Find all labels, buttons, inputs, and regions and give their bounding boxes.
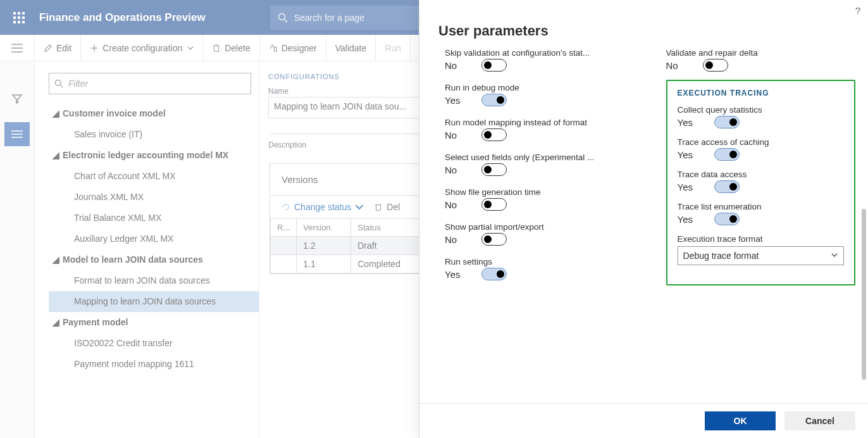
svg-rect-7 xyxy=(18,21,20,23)
tree-filter-input[interactable] xyxy=(68,78,251,89)
tree-item-label: Trial Balance XML MX xyxy=(74,213,161,223)
setting-value: No xyxy=(445,199,466,210)
setting-label: Collect query statistics xyxy=(678,105,845,115)
tree-group[interactable]: ◢ Electronic ledger accounting model MX xyxy=(49,145,259,166)
create-configuration-button[interactable]: Create configuration xyxy=(81,35,203,61)
edit-button[interactable]: Edit xyxy=(35,35,81,61)
tree-item[interactable]: Trial Balance XML MX xyxy=(49,208,259,228)
change-status-button[interactable]: Change status xyxy=(282,202,364,212)
setting-toggle[interactable] xyxy=(481,94,507,106)
setting-validate-delta: Validate and repair delta No xyxy=(666,48,856,72)
panel-title: User parameters xyxy=(419,0,868,48)
cancel-button[interactable]: Cancel xyxy=(784,411,855,430)
setting-file-gen-time: Show file generation time No xyxy=(445,187,635,211)
app-launcher-button[interactable] xyxy=(6,5,32,30)
setting-run-model-mapping: Run model mapping instead of format No xyxy=(445,118,635,141)
run-label: Run xyxy=(385,43,401,53)
configurations-tree: ◢ Customer invoice model Sales invoice (… xyxy=(35,61,259,438)
setting-toggle[interactable] xyxy=(714,148,740,161)
setting-trace-caching: Trace access of caching Yes xyxy=(678,137,845,161)
setting-toggle[interactable] xyxy=(481,233,507,246)
col-version[interactable]: Version xyxy=(297,219,351,237)
ok-button[interactable]: OK xyxy=(705,411,776,430)
name-value: Mapping to learn JOIN data sou... xyxy=(274,101,406,111)
search-icon xyxy=(278,13,288,23)
delete-version-label: Del xyxy=(387,202,400,212)
designer-label: Designer xyxy=(282,43,317,53)
designer-icon xyxy=(269,44,278,53)
setting-label: Trace data access xyxy=(678,170,845,179)
svg-rect-4 xyxy=(18,16,20,19)
setting-label: Select used fields only (Experimental ..… xyxy=(445,153,635,162)
user-parameters-panel: ? User parameters Skip validation at con… xyxy=(419,0,868,438)
setting-partial-import-export: Show partial import/export No xyxy=(445,222,635,246)
setting-toggle[interactable] xyxy=(714,180,740,193)
validate-label: Validate xyxy=(335,43,367,53)
tree-item-label: ISO20022 Credit transfer xyxy=(74,338,173,348)
setting-value: Yes xyxy=(678,149,699,160)
svg-line-10 xyxy=(285,20,287,22)
trace-format-value: Debug trace format xyxy=(683,251,759,261)
chevron-down-icon xyxy=(831,251,838,261)
setting-toggle[interactable] xyxy=(481,59,507,72)
svg-line-24 xyxy=(61,85,63,88)
funnel-icon xyxy=(11,93,23,104)
setting-label: Validate and repair delta xyxy=(666,48,856,58)
tree-group-label: Customer invoice model xyxy=(63,103,166,124)
tree-filter[interactable] xyxy=(49,73,251,94)
setting-label: Skip validation at configuration's stat.… xyxy=(445,48,635,58)
tree-item[interactable]: Chart of Account XML MX xyxy=(49,166,259,187)
tree-item-label: Mapping to learn JOIN data sources xyxy=(74,296,216,306)
setting-label: Run model mapping instead of format xyxy=(445,118,635,127)
setting-toggle[interactable] xyxy=(714,213,740,225)
setting-trace-list-enum: Trace list enumeration Yes xyxy=(678,202,845,225)
tree-group[interactable]: ◢ Payment model xyxy=(49,312,259,333)
setting-value: Yes xyxy=(678,214,699,225)
tree-group[interactable]: ◢ Customer invoice model xyxy=(49,103,259,124)
setting-used-fields-only: Select used fields only (Experimental ..… xyxy=(445,153,635,176)
tree-item-label: Auxiliary Ledger XML MX xyxy=(74,234,173,244)
setting-debug-mode: Run in debug mode Yes xyxy=(445,83,635,106)
setting-value: No xyxy=(666,60,688,71)
svg-rect-19 xyxy=(274,47,276,51)
trash-icon xyxy=(374,203,383,211)
panel-footer: OK Cancel xyxy=(419,403,868,438)
list-button[interactable] xyxy=(4,122,30,146)
setting-label: Run settings xyxy=(445,257,635,266)
scrollbar[interactable] xyxy=(862,209,866,380)
edit-label: Edit xyxy=(56,43,71,53)
delete-version-button[interactable]: Del xyxy=(374,202,400,212)
setting-toggle[interactable] xyxy=(481,163,507,176)
list-icon xyxy=(11,130,23,139)
setting-toggle[interactable] xyxy=(481,198,507,211)
setting-value: No xyxy=(445,60,466,71)
tree-item[interactable]: Sales invoice (IT) xyxy=(49,124,259,145)
col-r[interactable]: R... xyxy=(271,219,297,237)
svg-rect-5 xyxy=(22,16,25,19)
trace-format-dropdown[interactable]: Debug trace format xyxy=(678,246,845,265)
tree-item-selected[interactable]: Mapping to learn JOIN data sources xyxy=(49,291,259,312)
caret-icon: ◢ xyxy=(49,312,63,333)
setting-toggle[interactable] xyxy=(714,116,740,128)
trash-icon xyxy=(212,44,221,53)
tree-item[interactable]: ISO20022 Credit transfer xyxy=(49,333,259,354)
funnel-button[interactable] xyxy=(4,87,30,111)
designer-button[interactable]: Designer xyxy=(260,35,326,61)
tree-item[interactable]: Payment model mapping 1611 xyxy=(49,354,259,375)
validate-button[interactable]: Validate xyxy=(326,35,376,61)
chevron-down-icon xyxy=(355,203,364,211)
hamburger-button[interactable] xyxy=(0,35,35,61)
setting-value: Yes xyxy=(678,117,699,128)
svg-rect-3 xyxy=(13,16,16,19)
setting-toggle[interactable] xyxy=(481,268,507,280)
tree-item[interactable]: Format to learn JOIN data sources xyxy=(49,270,259,291)
tree-item[interactable]: Journals XML MX xyxy=(49,187,259,208)
delete-button[interactable]: Delete xyxy=(203,35,259,61)
tree-item[interactable]: Auxiliary Ledger XML MX xyxy=(49,228,259,249)
help-button[interactable]: ? xyxy=(855,5,860,16)
setting-toggle[interactable] xyxy=(481,128,507,141)
setting-toggle[interactable] xyxy=(703,59,728,72)
tree-group[interactable]: ◢ Model to learn JOIN data sources xyxy=(49,249,259,270)
caret-icon: ◢ xyxy=(49,103,63,124)
setting-value: Yes xyxy=(445,269,466,280)
